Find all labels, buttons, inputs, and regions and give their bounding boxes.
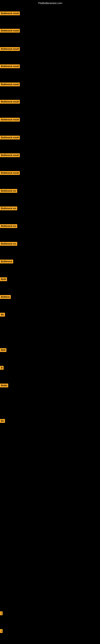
bottleneck-badge: Bottlene bbox=[0, 295, 11, 299]
bottleneck-badge: Bottleneck result bbox=[0, 29, 20, 32]
bottleneck-badge: Bottleneck result bbox=[0, 153, 20, 157]
bottleneck-badge: B bbox=[0, 366, 3, 370]
bottleneck-badge: Bottleneck result bbox=[0, 12, 20, 15]
bottleneck-badge: Bottleneck result bbox=[0, 118, 20, 122]
bottleneck-badge: | bbox=[0, 612, 2, 615]
site-title: TheBottlenecker.com bbox=[0, 2, 100, 5]
bottleneck-badge: Bottleneck result bbox=[0, 136, 20, 140]
bottleneck-badge: Bottleneck res bbox=[0, 224, 17, 228]
bottleneck-badge: Bo bbox=[0, 419, 5, 423]
bottleneck-badge: Bottleneck result bbox=[0, 47, 20, 51]
bottleneck-badge: Bottleneck result bbox=[0, 100, 20, 104]
bottleneck-badge: Bottleneck res bbox=[0, 206, 17, 210]
bottleneck-badge: Bott bbox=[0, 348, 6, 352]
bottleneck-badge: Bottleneck bbox=[0, 260, 13, 264]
bottleneck-badge: Bottleneck res bbox=[0, 242, 17, 246]
bottleneck-badge: Bo bbox=[0, 313, 5, 316]
bottleneck-badge: Bottleneck result bbox=[0, 82, 20, 86]
bottleneck-badge: Bottleneck result bbox=[0, 171, 20, 175]
bottleneck-badge: Bottl bbox=[0, 277, 7, 281]
bottleneck-badge: Bottle bbox=[0, 384, 8, 388]
bottleneck-badge: Bottleneck result bbox=[0, 64, 20, 68]
bottleneck-badge: Bottleneck res bbox=[0, 189, 17, 193]
bottleneck-badge: | bbox=[0, 629, 2, 633]
